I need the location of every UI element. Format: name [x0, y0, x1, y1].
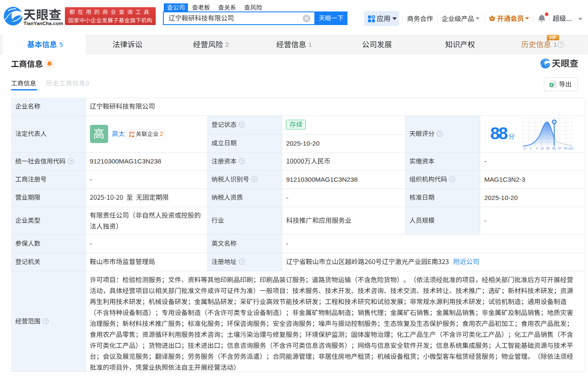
svg-text:50: 50: [546, 147, 550, 150]
svg-text:100: 100: [568, 147, 573, 150]
svg-text:0: 0: [524, 147, 526, 150]
svg-text:?: ?: [560, 42, 562, 47]
svg-text:1: 1: [530, 147, 532, 150]
svg-text:99: 99: [564, 147, 567, 150]
svg-text:97: 97: [558, 147, 562, 150]
svg-text:3: 3: [536, 147, 538, 150]
svg-text:85: 85: [552, 147, 556, 150]
svg-text:15: 15: [540, 147, 544, 150]
